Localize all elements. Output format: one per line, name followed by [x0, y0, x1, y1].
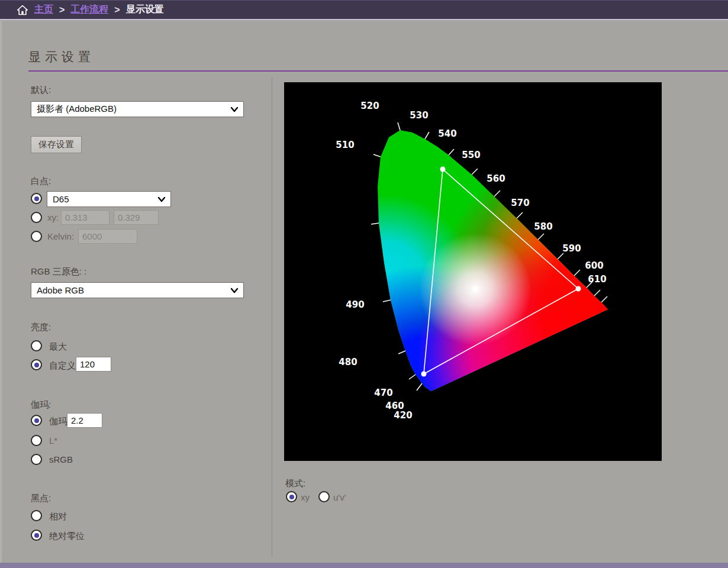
wavelength-label: 560 — [487, 173, 505, 184]
wavelength-label: 610 — [588, 274, 606, 285]
white-point-d65-select[interactable]: D65 — [47, 191, 171, 207]
luminance-custom-radio[interactable] — [31, 359, 42, 370]
save-settings-button[interactable]: 保存设置 — [31, 136, 82, 153]
gamma-lstar-radio[interactable] — [31, 435, 42, 446]
white-point-marker — [472, 286, 478, 292]
bottom-accent-bar — [0, 563, 728, 568]
luminance-custom-label: 自定义 — [49, 360, 76, 372]
wavelength-label: 530 — [410, 110, 428, 121]
breadcrumb-separator: > — [114, 5, 120, 15]
gamma-srgb-radio[interactable] — [31, 454, 42, 465]
wavelength-label: 490 — [346, 299, 364, 310]
wavelength-label: 580 — [534, 221, 552, 232]
gamma-label: 伽玛: — [31, 399, 51, 411]
white-point-y-input[interactable] — [114, 210, 159, 225]
white-point-kelvin-label: Kelvin: — [47, 231, 74, 241]
white-point-kelvin-radio[interactable] — [31, 231, 42, 242]
gamma-value-input[interactable] — [67, 413, 102, 428]
rgb-primaries-label: RGB 三原色: : — [31, 266, 86, 277]
wavelength-label: 510 — [336, 140, 354, 150]
white-point-x-input[interactable] — [61, 210, 109, 225]
red-primary-point — [576, 286, 581, 292]
wavelength-label: 590 — [562, 243, 581, 254]
page-title: 显示设置 — [28, 49, 95, 65]
breadcrumb-workflow-link[interactable]: 工作流程 — [70, 4, 108, 16]
left-edge-strip — [0, 21, 2, 563]
wavelength-label: 470 — [374, 388, 392, 398]
breadcrumb: 主页 > 工作流程 > 显示设置 — [0, 0, 728, 20]
luminance-label: 亮度: — [31, 322, 51, 333]
white-point-xy-label: xy: — [47, 212, 59, 222]
chevron-down-icon — [230, 105, 239, 114]
black-point-absolute-radio[interactable] — [31, 530, 42, 541]
rgb-primaries-select[interactable]: Adobe RGB — [31, 282, 244, 298]
green-primary-point — [440, 167, 446, 172]
white-point-d65-radio[interactable] — [31, 193, 42, 204]
wavelength-label: 480 — [339, 357, 357, 367]
panel-divider — [272, 78, 272, 557]
gamma-value-radio[interactable] — [31, 415, 42, 426]
home-icon[interactable] — [17, 4, 28, 16]
display-settings-page: { "header": { "breadcrumb": { "home": "主… — [0, 0, 728, 568]
wavelength-label: 550 — [462, 150, 480, 160]
breadcrumb-current: 显示设置 — [126, 4, 164, 16]
default-preset-value: 摄影者 (AdobeRGB) — [37, 104, 117, 115]
cie-diagram-svg: 520 530 540 550 560 570 580 590 600 610 … — [284, 82, 662, 461]
luminance-max-label: 最大 — [49, 341, 67, 353]
white-point-kelvin-input[interactable] — [78, 229, 137, 244]
wavelength-label: 540 — [438, 128, 456, 139]
black-point-absolute-label: 绝对零位 — [49, 531, 85, 542]
wavelength-label: 520 — [360, 101, 379, 111]
gamma-radio-label: 伽玛 — [49, 416, 67, 427]
spectral-locus-fill — [284, 82, 662, 461]
white-point-xy-radio[interactable] — [31, 212, 42, 223]
breadcrumb-separator: > — [59, 5, 65, 15]
gamma-srgb-label: sRGB — [49, 454, 73, 464]
wavelength-label: 420 — [394, 410, 412, 421]
default-label: 默认: — [31, 85, 51, 96]
black-point-relative-radio[interactable] — [31, 510, 42, 521]
mode-label: 模式: — [285, 478, 305, 489]
luminance-max-radio[interactable] — [31, 340, 42, 351]
cie-chromaticity-chart: 520 530 540 550 560 570 580 590 600 610 … — [284, 82, 662, 461]
wavelength-label: 570 — [511, 198, 529, 208]
luminance-value-input[interactable] — [76, 357, 111, 372]
title-underline — [28, 70, 728, 72]
mode-xy-label: xy — [301, 492, 310, 502]
gamma-lstar-label: L* — [49, 435, 57, 446]
mode-xy-radio[interactable] — [286, 491, 297, 502]
rgb-primaries-value: Adobe RGB — [37, 285, 84, 295]
black-point-label: 黑点: — [31, 493, 51, 504]
wavelength-label: 600 — [585, 260, 603, 271]
black-point-relative-label: 相对 — [49, 511, 67, 522]
default-preset-select[interactable]: 摄影者 (AdobeRGB) — [31, 101, 244, 117]
chevron-down-icon — [230, 286, 239, 295]
blue-primary-point — [421, 372, 427, 377]
mode-uv-radio[interactable] — [318, 491, 330, 502]
mode-uv-label: u'v' — [333, 492, 346, 502]
breadcrumb-home-link[interactable]: 主页 — [34, 4, 53, 16]
chevron-down-icon — [157, 195, 166, 204]
white-point-d65-value: D65 — [53, 194, 69, 204]
white-point-label: 白点: — [31, 176, 51, 187]
